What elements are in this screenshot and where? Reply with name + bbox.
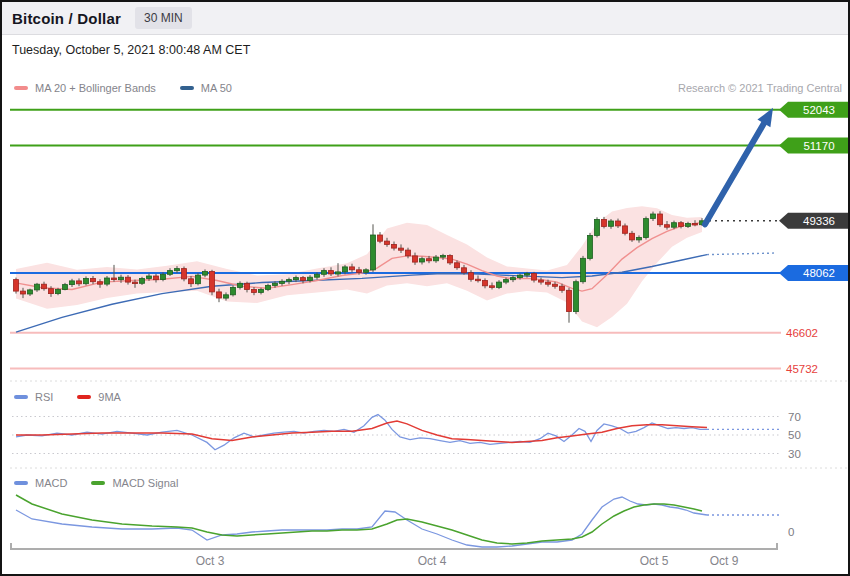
support-label: 45732: [786, 363, 818, 375]
candle-down: [602, 219, 607, 226]
candle-down: [154, 276, 159, 280]
report-frame: 4660245732520435117049336480627050300Oct…: [0, 0, 850, 576]
timeframe-badge: 30 MIN: [135, 7, 192, 29]
candle-up: [322, 271, 327, 275]
candle-up: [273, 283, 278, 285]
price-tag-label: 52043: [803, 104, 835, 116]
legend-swatch: [14, 86, 28, 90]
candle-up: [231, 287, 236, 294]
candle-down: [406, 250, 411, 256]
legend-swatch: [14, 481, 28, 485]
legend-label: MA 20 + Bollinger Bands: [35, 82, 156, 94]
macd-panel: 0: [16, 495, 794, 547]
candle-down: [427, 259, 432, 261]
candle-up: [259, 290, 264, 293]
candle-down: [77, 281, 82, 284]
legend-item: MA 50: [180, 82, 232, 94]
price-tag-label: 49336: [803, 215, 835, 227]
price-tags: 52043511704933648062: [779, 102, 849, 281]
candle-up: [266, 285, 271, 289]
price-tag-label: 51170: [803, 140, 834, 152]
candle-down: [112, 278, 117, 280]
candle-up: [56, 290, 61, 294]
candle-up: [105, 278, 110, 284]
legend-item: MA 20 + Bollinger Bands: [14, 82, 156, 94]
legend-rsi: RSI9MA: [14, 391, 121, 403]
candle-down: [245, 283, 250, 289]
candle-down: [42, 284, 47, 289]
candle-down: [567, 290, 572, 311]
rsi-tick-label: 50: [788, 429, 801, 441]
x-tick-label: Oct 3: [196, 554, 225, 568]
candle-up: [343, 267, 348, 272]
candle-down: [658, 214, 663, 225]
candle-down: [469, 273, 474, 280]
candle-down: [616, 221, 621, 226]
candle-down: [693, 224, 698, 226]
legend-label: MACD Signal: [112, 477, 178, 489]
legend-item: MACD Signal: [91, 477, 178, 489]
candle-up: [238, 283, 243, 287]
candle-up: [35, 284, 40, 290]
forecast-arrow: [705, 108, 773, 224]
candle-down: [91, 278, 96, 281]
candle-up: [686, 224, 691, 227]
macd-zero-label: 0: [788, 526, 794, 538]
candle-down: [462, 268, 467, 273]
candle-down: [532, 274, 537, 281]
support-label: 46602: [786, 327, 818, 339]
candle-up: [644, 219, 649, 238]
candle-down: [490, 286, 495, 288]
page-title: Bitcoin / Dollar: [12, 10, 121, 27]
rsi-panel: 705030: [12, 411, 801, 460]
candle-up: [504, 280, 509, 283]
candle-up: [147, 276, 152, 279]
candle-up: [525, 274, 530, 276]
candle-up: [119, 277, 124, 280]
candle-up: [196, 275, 201, 284]
candle-down: [385, 241, 390, 244]
candle-down: [476, 279, 481, 281]
candle-down: [14, 280, 19, 292]
candle-up: [287, 280, 292, 282]
candle-up: [161, 274, 166, 279]
candle-down: [98, 282, 103, 285]
watermark: Research © 2021 Trading Central: [678, 82, 842, 94]
candle-up: [581, 258, 586, 281]
candle-down: [350, 267, 355, 270]
candle-down: [623, 226, 628, 233]
candle-down: [49, 289, 54, 294]
panel-separators: [10, 381, 848, 468]
candle-down: [357, 270, 362, 273]
price-tag-label: 48062: [803, 267, 835, 279]
candle-down: [665, 225, 670, 228]
candle-down: [560, 286, 565, 290]
candle-up: [651, 214, 656, 219]
candle-up: [574, 282, 579, 312]
candle-up: [364, 270, 369, 273]
candle-down: [301, 278, 306, 281]
candle-down: [413, 256, 418, 262]
candle-up: [175, 269, 180, 271]
candle-up: [595, 219, 600, 235]
candle-up: [434, 257, 439, 261]
candle-up: [203, 271, 208, 275]
legend-swatch: [180, 86, 194, 90]
rsi-tick-label: 30: [788, 448, 801, 460]
candle-down: [133, 282, 138, 284]
candle-up: [441, 256, 446, 258]
candle-down: [399, 248, 404, 250]
legend-label: RSI: [35, 391, 53, 403]
macd-signal-line: [16, 495, 702, 544]
price-panel: 4660245732: [10, 110, 818, 375]
candle-up: [637, 237, 642, 240]
candle-down: [378, 235, 383, 241]
candle-up: [63, 285, 68, 290]
candle-down: [329, 271, 334, 274]
x-axis: Oct 3Oct 4Oct 5Oct 9: [10, 543, 778, 568]
header-bar: Bitcoin / Dollar 30 MIN: [2, 2, 848, 35]
candle-down: [553, 284, 558, 286]
candle-up: [518, 275, 523, 278]
legend-item: 9MA: [77, 391, 121, 403]
legend-swatch: [14, 395, 28, 399]
